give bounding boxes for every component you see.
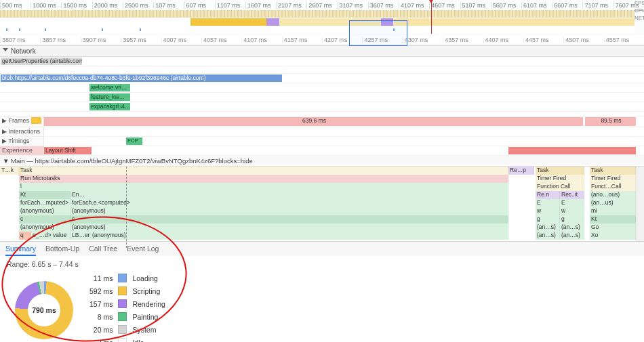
interactions-header[interactable]: ▶ Interactions (0, 127, 44, 136)
flame-entry[interactable]: mi (590, 207, 636, 215)
flame-entry[interactable]: forEach.e.<computed> (71, 199, 508, 207)
main-url: https://airtable.com/tbleOUAjtgnMFZ0T2/v… (35, 157, 252, 165)
flame-entry[interactable]: Go (590, 223, 636, 232)
disclosure-icon (3, 48, 8, 54)
flame-entry[interactable]: Timer Fired (590, 175, 636, 183)
flame-entry[interactable]: e_…d> (31, 232, 52, 240)
overview-minimap[interactable]: 500 ms1000 ms1500 ms2000 ms2500 ms107 ms… (0, 0, 644, 35)
network-row[interactable]: blob:https://airtable.com/d6fecc0a-db74-… (0, 74, 644, 83)
flame-entry[interactable]: Function Call (536, 183, 584, 191)
network-row[interactable]: welcome.vri… (0, 83, 644, 93)
flame-entry[interactable]: Xo (590, 232, 636, 240)
network-request-bar[interactable]: expanskgrl.i4… (89, 103, 130, 110)
track-badges: FPSCPUNET (635, 0, 644, 22)
flame-entry[interactable]: g (560, 215, 584, 223)
frame-bar[interactable]: 89.5 ms (585, 117, 636, 126)
flame-task[interactable]: Task (590, 167, 636, 175)
flame-entry[interactable]: (anonymous) (71, 223, 508, 232)
flame-entry[interactable]: c (19, 215, 71, 223)
legend-value: 20 ms (89, 326, 113, 334)
summary-panel: Range: 6.65 s – 7.44 s 790 ms 11 msLoadi… (0, 256, 644, 342)
flame-entry[interactable]: (anonymous) (19, 223, 71, 232)
flame-entry[interactable]: (an…s) (536, 223, 560, 232)
legend-label: System (132, 326, 165, 334)
overview-selection[interactable] (349, 20, 407, 46)
legend-swatch (118, 299, 127, 308)
main-section-header[interactable]: ▼ Main — https://airtable.com/tbleOUAjtg… (0, 156, 644, 167)
legend-label: Scripting (132, 287, 165, 295)
flame-entry[interactable]: Run Microtasks (19, 175, 508, 183)
network-request-bar[interactable]: welcome.vri… (89, 84, 130, 91)
flame-entry[interactable]: (an…s) (560, 232, 584, 240)
flame-entry[interactable]: Rec..it (560, 191, 584, 199)
network-request-bar[interactable]: feature_kw… (89, 93, 130, 101)
network-request-bar[interactable]: getUserProperties (airtable.com) (1, 58, 82, 65)
flame-entry[interactable]: (ano…ous) (590, 191, 636, 199)
flame-entry[interactable]: LB…er (71, 232, 91, 240)
flame-entry[interactable]: (an…us) (590, 199, 636, 207)
legend-swatch (118, 312, 127, 321)
timings-header[interactable]: ▶ Timings (0, 137, 44, 146)
flame-entry[interactable]: Funct…Call (590, 183, 636, 191)
flame-entry[interactable]: Timer Fired (536, 175, 584, 183)
flame-entry[interactable]: (an…s) (536, 232, 560, 240)
network-row[interactable]: getUserProperties (airtable.com) (0, 57, 644, 66)
scrollbar[interactable] (637, 167, 644, 241)
flame-task[interactable]: Task (19, 167, 508, 175)
flame-entry[interactable]: w (560, 207, 584, 215)
flame-ruler[interactable]: 3807 ms3857 ms3907 ms3957 ms4007 ms4057 … (0, 35, 644, 45)
interactions-row[interactable]: ▶ Interactions (0, 127, 644, 137)
network-row[interactable]: feature_kw… (0, 93, 644, 102)
flame-entry[interactable]: E (560, 199, 584, 207)
flame-task[interactable]: Task (536, 167, 584, 175)
tab-bottom-up[interactable]: Bottom-Up (45, 244, 79, 253)
legend-label: Painting (132, 313, 165, 321)
timings-row[interactable]: ▶ Timings FCP (0, 137, 644, 146)
flame-entry[interactable]: En… (71, 191, 508, 199)
legend-value: 11 ms (89, 274, 113, 282)
overview-ruler: 500 ms1000 ms1500 ms2000 ms2500 ms107 ms… (0, 0, 644, 11)
flame-entry[interactable]: value (52, 232, 71, 240)
flame-entry[interactable]: (anonymous) (19, 207, 71, 215)
flame-entry[interactable]: q (19, 232, 31, 240)
experience-row[interactable]: Experience Layout Shift (0, 146, 644, 156)
legend-label: Idle (132, 339, 165, 343)
donut-total: 790 ms (15, 281, 73, 339)
flame-entry[interactable]: Re…p (508, 167, 534, 175)
flame-entry[interactable]: c (71, 215, 508, 223)
layout-shift-event[interactable] (508, 147, 636, 154)
flame-entry[interactable]: (anonymous) (71, 207, 508, 215)
tab-call-tree[interactable]: Call Tree (89, 244, 117, 253)
legend-swatch (118, 325, 127, 334)
frames-row[interactable]: ▶ Frames ⚡ 639.6 ms 89.5 ms (0, 116, 644, 127)
flame-entry[interactable]: (anonymous) (91, 232, 508, 240)
network-row[interactable]: expanskgrl.i4… (0, 102, 644, 112)
flame-entry[interactable]: g (536, 215, 560, 223)
layout-shift-event[interactable]: Layout Shift (44, 147, 92, 154)
flame-entry[interactable]: (an…s) (560, 223, 584, 232)
flame-entry[interactable]: w (536, 207, 560, 215)
frames-header[interactable]: ▶ Frames ⚡ (0, 116, 44, 127)
flame-entry[interactable]: Re.n (536, 191, 560, 199)
experience-header[interactable]: Experience (0, 146, 44, 155)
flame-entry[interactable]: Kt (590, 215, 636, 223)
tab-event-log[interactable]: Event Log (127, 244, 159, 253)
network-request-bar[interactable]: blob:https://airtable.com/d6fecc0a-db74-… (1, 74, 282, 82)
flame-entry[interactable]: Kt (19, 191, 71, 199)
flame-task[interactable]: T…k (0, 167, 19, 175)
flame-entry[interactable]: forEach…mputed> (19, 199, 71, 207)
cpu-track (0, 18, 635, 26)
network-section-header[interactable]: Network (0, 45, 644, 57)
frame-bar-long[interactable]: 639.6 ms (44, 117, 583, 126)
flame-entry[interactable]: l (19, 183, 508, 191)
legend-value: 157 ms (89, 300, 113, 308)
tab-summary[interactable]: Summary (5, 244, 36, 256)
details-tabs: Summary Bottom-Up Call Tree Event Log (0, 241, 644, 256)
flame-entry[interactable]: E (536, 199, 560, 207)
legend-value: 592 ms (89, 287, 113, 295)
summary-donut[interactable]: 790 ms (15, 281, 73, 339)
legend-label: Loading (132, 274, 165, 282)
fps-track (0, 10, 635, 18)
flame-chart[interactable]: T…k Task Run Microtasks l Kt En… forEach… (0, 167, 644, 241)
fcp-marker[interactable]: FCP (126, 137, 142, 145)
